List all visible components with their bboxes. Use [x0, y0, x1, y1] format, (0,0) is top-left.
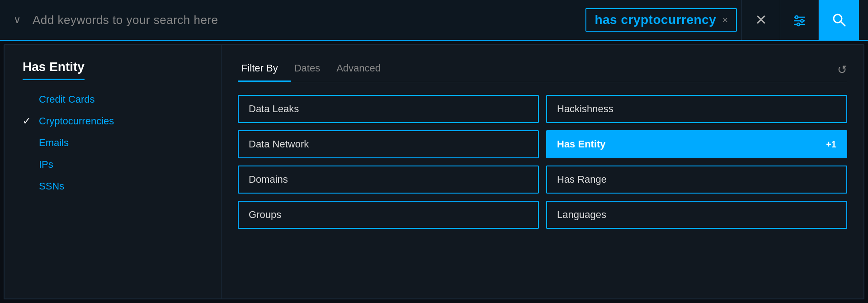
- close-button[interactable]: ✕: [741, 0, 780, 40]
- filter-label: Languages: [557, 209, 606, 221]
- sidebar-item-cryptocurrencies[interactable]: ✓ Cryptocurrencies: [23, 115, 203, 127]
- svg-point-4: [801, 19, 803, 22]
- filter-badge: +1: [826, 139, 836, 150]
- filter-domains[interactable]: Domains: [238, 166, 539, 194]
- filter-has-entity[interactable]: Has Entity +1: [546, 130, 847, 158]
- filter-groups[interactable]: Groups: [238, 201, 539, 229]
- sidebar-item-label: IPs: [39, 159, 53, 170]
- filter-languages[interactable]: Languages: [546, 201, 847, 229]
- filter-grid: Data Leaks Hackishness Data Network Has …: [238, 95, 847, 229]
- sidebar-item-label: Emails: [39, 137, 69, 149]
- search-placeholder: Add keywords to your search here: [33, 13, 218, 27]
- filter-label: Data Leaks: [249, 103, 299, 115]
- sidebar-item-label: Credit Cards: [39, 94, 94, 105]
- svg-line-7: [841, 22, 845, 26]
- filter-label: Groups: [249, 209, 281, 221]
- right-panel: Filter By Dates Advanced ↺ Data Leaks Ha…: [222, 45, 863, 298]
- search-bar: ∨ Add keywords to your search here has c…: [0, 0, 868, 41]
- filter-data-network[interactable]: Data Network: [238, 130, 539, 158]
- sidebar-item-label: SSNs: [39, 180, 64, 192]
- sidebar: Has Entity Credit Cards ✓ Cryptocurrenci…: [5, 45, 222, 298]
- filter-label: Has Range: [557, 174, 607, 185]
- filter-has-range[interactable]: Has Range: [546, 166, 847, 194]
- search-tag-close-button[interactable]: ×: [722, 15, 728, 25]
- sidebar-item-ssns[interactable]: SSNs: [23, 180, 203, 192]
- search-button[interactable]: [818, 0, 859, 40]
- svg-point-5: [797, 23, 800, 26]
- filter-label: Hackishness: [557, 103, 613, 115]
- reset-button[interactable]: ↺: [837, 63, 847, 77]
- filter-hackishness[interactable]: Hackishness: [546, 95, 847, 123]
- search-bar-actions: ✕: [741, 0, 859, 40]
- sidebar-item-emails[interactable]: Emails: [23, 137, 203, 149]
- sidebar-item-ips[interactable]: IPs: [23, 159, 203, 170]
- filter-label: Data Network: [249, 138, 309, 150]
- sidebar-list: Credit Cards ✓ Cryptocurrencies Emails I…: [23, 94, 203, 192]
- filter-label: Domains: [249, 174, 288, 185]
- sidebar-title: Has Entity: [23, 60, 85, 80]
- tab-advanced[interactable]: Advanced: [333, 58, 393, 82]
- tabs: Filter By Dates Advanced ↺: [238, 58, 847, 82]
- sidebar-item-credit-cards[interactable]: Credit Cards: [23, 94, 203, 105]
- svg-point-3: [795, 16, 798, 19]
- filter-button[interactable]: [780, 0, 818, 40]
- chevron-down-button[interactable]: ∨: [9, 14, 25, 26]
- tab-dates[interactable]: Dates: [291, 58, 333, 82]
- checkmark-icon: ✓: [23, 115, 33, 127]
- filter-label: Has Entity: [557, 138, 606, 150]
- tab-filter-by[interactable]: Filter By: [238, 58, 291, 82]
- sidebar-item-label: Cryptocurrencies: [39, 115, 114, 127]
- search-tag: has cryptocurrency ×: [585, 8, 737, 32]
- filter-data-leaks[interactable]: Data Leaks: [238, 95, 539, 123]
- search-bar-left: ∨ Add keywords to your search here has c…: [9, 8, 741, 32]
- main-content: Has Entity Credit Cards ✓ Cryptocurrenci…: [4, 44, 864, 299]
- search-tag-text: has cryptocurrency: [594, 13, 716, 27]
